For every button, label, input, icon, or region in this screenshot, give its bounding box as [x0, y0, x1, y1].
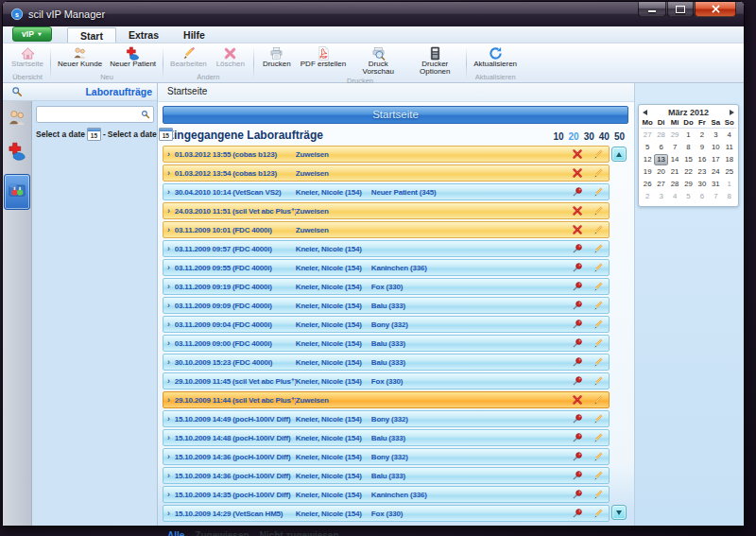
edit-pencil-icon[interactable] — [591, 413, 605, 425]
delete-x-icon[interactable] — [570, 148, 584, 161]
sidebar-item-laborauftraege[interactable] — [4, 174, 30, 210]
search-input[interactable] — [40, 109, 141, 120]
customer-link[interactable]: Kneier, Nicole (154) — [296, 339, 371, 348]
edit-pencil-icon[interactable] — [591, 451, 605, 463]
sidebar-item-kunden[interactable] — [5, 108, 29, 132]
calendar-day[interactable]: 28 — [668, 179, 681, 190]
search-icon[interactable] — [141, 110, 150, 119]
filter-nicht-zugewiesen[interactable]: Nicht zugewiesen — [260, 530, 339, 536]
calendar-day[interactable]: 6 — [696, 191, 709, 202]
calendar-day[interactable]: 17 — [709, 154, 722, 165]
chevron-right-icon[interactable]: › — [167, 207, 170, 216]
laborder-row[interactable]: ›15.10.2009 14:29 (VetScan HM5)Kneier, N… — [163, 505, 610, 522]
customer-link[interactable]: Kneier, Nicole (154) — [296, 415, 371, 424]
laborder-row[interactable]: ›03.11.2009 09:19 (FDC 4000i)Kneier, Nic… — [163, 278, 610, 295]
edit-pencil-icon[interactable] — [591, 375, 605, 388]
customer-link[interactable]: Kneier, Nicole (154) — [296, 510, 371, 518]
chevron-right-icon[interactable]: › — [167, 339, 170, 348]
ribbon-button-aktualisieren[interactable]: Aktualisieren — [470, 44, 521, 68]
calendar-day[interactable]: 6 — [654, 142, 667, 153]
date-to-picker[interactable]: 15 — [159, 128, 173, 141]
unassign-pin-icon[interactable] — [570, 470, 584, 482]
calendar-day[interactable]: 5 — [641, 142, 654, 153]
calendar-day[interactable]: 5 — [681, 191, 695, 202]
ribbon-button-pdf-erstellen[interactable]: PDFPDF erstellen — [297, 44, 350, 68]
calendar-day[interactable]: 1 — [681, 130, 695, 141]
patient-link[interactable]: Kaninchen (336) — [371, 491, 563, 499]
calendar-day[interactable]: 19 — [641, 166, 654, 178]
chevron-right-icon[interactable]: › — [167, 434, 170, 442]
maximize-button[interactable] — [667, 2, 694, 17]
customer-link[interactable]: Kneier, Nicole (154) — [296, 320, 371, 329]
calendar-day[interactable]: 1 — [723, 179, 736, 190]
chevron-right-icon[interactable]: › — [167, 188, 170, 197]
chevron-right-icon[interactable]: › — [167, 283, 170, 291]
patient-link[interactable]: Bony (332) — [371, 415, 563, 424]
unassign-pin-icon[interactable] — [570, 489, 584, 501]
page-size-30[interactable]: 30 — [584, 131, 594, 142]
ribbon-button-druck-vorschau[interactable]: Druck Vorschau — [350, 44, 406, 77]
calendar-day[interactable]: 2 — [641, 191, 654, 202]
calendar-day[interactable]: 26 — [641, 179, 654, 190]
calendar-day[interactable]: 21 — [668, 166, 681, 178]
edit-pencil-icon[interactable] — [591, 319, 605, 331]
calendar-day[interactable]: 31 — [709, 179, 722, 190]
calendar-day[interactable]: 3 — [709, 130, 722, 141]
chevron-right-icon[interactable]: › — [167, 302, 170, 310]
chevron-right-icon[interactable]: › — [167, 415, 170, 424]
customer-link[interactable]: Kneier, Nicole (154) — [296, 377, 371, 386]
laborder-row[interactable]: ›03.11.2009 09:55 (FDC 4000i)Kneier, Nic… — [163, 259, 610, 276]
customer-link[interactable]: Kneier, Nicole (154) — [296, 283, 371, 291]
chevron-right-icon[interactable]: › — [167, 150, 170, 159]
calendar-day[interactable]: 20 — [654, 166, 667, 178]
calendar-day[interactable]: 3 — [654, 191, 667, 202]
calendar-day[interactable]: 14 — [668, 154, 681, 165]
customer-link[interactable]: Kneier, Nicole (154) — [296, 358, 371, 367]
filter-alle[interactable]: Alle — [167, 530, 184, 536]
assign-link[interactable]: Zuweisen — [296, 226, 371, 234]
tab-start[interactable]: Start — [67, 27, 116, 43]
unassign-pin-icon[interactable] — [570, 375, 584, 388]
laborder-row[interactable]: ›03.11.2009 09:57 (FDC 4000i)Kneier, Nic… — [163, 240, 610, 257]
calendar-day[interactable]: 18 — [723, 154, 736, 165]
edit-pencil-icon[interactable] — [591, 224, 605, 236]
patient-link[interactable]: Fox (330) — [371, 510, 563, 518]
laborder-row[interactable]: ›03.11.2009 09:04 (FDC 4000i)Kneier, Nic… — [163, 316, 610, 333]
unassign-pin-icon[interactable] — [570, 432, 584, 444]
patient-link[interactable]: Balu (333) — [371, 358, 563, 367]
calendar-day[interactable]: 24 — [709, 166, 722, 178]
calendar-day[interactable]: 12 — [641, 154, 654, 165]
edit-pencil-icon[interactable] — [591, 470, 605, 482]
edit-pencil-icon[interactable] — [591, 432, 605, 444]
patient-link[interactable]: Balu (333) — [371, 472, 563, 480]
delete-x-icon[interactable] — [570, 205, 584, 217]
patient-link[interactable]: Balu (333) — [371, 302, 563, 310]
chevron-right-icon[interactable]: › — [167, 453, 170, 461]
calendar-day[interactable]: 16 — [696, 154, 709, 165]
chevron-right-icon[interactable]: › — [167, 169, 170, 178]
unassign-pin-icon[interactable] — [570, 508, 584, 520]
calendar-day[interactable]: 27 — [654, 179, 667, 190]
edit-pencil-icon[interactable] — [591, 262, 605, 274]
scrollbar[interactable] — [610, 146, 628, 524]
sidebar-item-patienten[interactable] — [5, 141, 29, 165]
filter-zugewiesen[interactable]: Zugewiesen — [195, 530, 249, 536]
chevron-right-icon[interactable]: › — [167, 320, 170, 329]
chevron-right-icon[interactable]: › — [167, 245, 170, 253]
calendar-next-icon[interactable] — [730, 110, 734, 115]
patient-link[interactable]: Bony (332) — [371, 320, 563, 329]
unassign-pin-icon[interactable] — [570, 356, 584, 369]
calendar-day[interactable]: 30 — [696, 179, 709, 190]
customer-link[interactable]: Kneier, Nicole (154) — [296, 264, 371, 272]
calendar-day[interactable]: 8 — [723, 191, 736, 202]
chevron-right-icon[interactable]: › — [167, 472, 170, 480]
laborder-row[interactable]: ›03.11.2009 09:09 (FDC 4000i)Kneier, Nic… — [163, 297, 610, 314]
customer-link[interactable]: Kneier, Nicole (154) — [296, 472, 371, 480]
laborder-row[interactable]: ›03.11.2009 10:01 (FDC 4000i)Zuweisen — [163, 221, 610, 238]
unassign-pin-icon[interactable] — [570, 300, 584, 312]
chevron-right-icon[interactable]: › — [167, 491, 170, 499]
delete-x-icon[interactable] — [570, 167, 584, 180]
title-bar[interactable]: s scil vIP Manager — [3, 2, 744, 26]
calendar-day[interactable]: 29 — [668, 130, 681, 141]
calendar-day[interactable]: 23 — [696, 166, 709, 178]
